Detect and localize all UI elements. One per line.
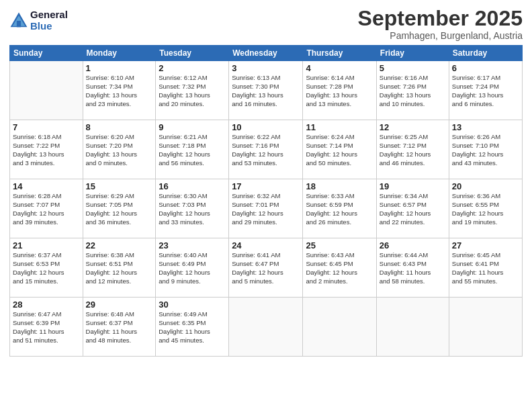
logo: General Blue xyxy=(9,9,68,32)
day-number: 3 xyxy=(232,63,300,73)
day-number: 1 xyxy=(86,63,153,73)
logo-text: General Blue xyxy=(30,9,68,32)
col-friday: Friday xyxy=(376,46,449,61)
calendar-week-row: 28Sunrise: 6:47 AM Sunset: 6:39 PM Dayli… xyxy=(10,298,523,357)
day-number: 24 xyxy=(232,240,300,250)
calendar-week-row: 21Sunrise: 6:37 AM Sunset: 6:53 PM Dayli… xyxy=(10,238,523,298)
cell-info: Sunrise: 6:16 AM Sunset: 7:26 PM Dayligh… xyxy=(380,74,446,108)
table-row: 24Sunrise: 6:41 AM Sunset: 6:47 PM Dayli… xyxy=(229,238,303,298)
day-number: 18 xyxy=(306,181,373,191)
day-number: 26 xyxy=(380,240,446,250)
table-row: 11Sunrise: 6:24 AM Sunset: 7:14 PM Dayli… xyxy=(303,120,376,179)
table-row xyxy=(449,298,522,357)
col-wednesday: Wednesday xyxy=(229,46,303,61)
day-number: 13 xyxy=(452,122,519,132)
day-number: 28 xyxy=(13,300,80,310)
table-row: 4Sunrise: 6:14 AM Sunset: 7:28 PM Daylig… xyxy=(303,61,376,120)
table-row xyxy=(229,298,303,357)
day-number: 6 xyxy=(452,63,519,73)
table-row: 27Sunrise: 6:45 AM Sunset: 6:41 PM Dayli… xyxy=(449,238,522,298)
day-number: 17 xyxy=(232,181,300,191)
cell-info: Sunrise: 6:34 AM Sunset: 6:57 PM Dayligh… xyxy=(380,192,446,226)
cell-info: Sunrise: 6:48 AM Sunset: 6:37 PM Dayligh… xyxy=(86,310,153,345)
table-row: 29Sunrise: 6:48 AM Sunset: 6:37 PM Dayli… xyxy=(83,298,156,357)
cell-info: Sunrise: 6:44 AM Sunset: 6:43 PM Dayligh… xyxy=(380,251,446,285)
day-number: 2 xyxy=(159,63,226,73)
day-number: 4 xyxy=(306,63,373,73)
calendar-header-row: Sunday Monday Tuesday Wednesday Thursday… xyxy=(10,46,523,61)
day-number: 20 xyxy=(452,181,519,191)
day-number: 23 xyxy=(159,240,226,250)
cell-info: Sunrise: 6:12 AM Sunset: 7:32 PM Dayligh… xyxy=(159,74,226,108)
cell-info: Sunrise: 6:18 AM Sunset: 7:22 PM Dayligh… xyxy=(13,133,80,167)
day-number: 15 xyxy=(86,181,153,191)
table-row: 21Sunrise: 6:37 AM Sunset: 6:53 PM Dayli… xyxy=(10,238,83,298)
table-row: 20Sunrise: 6:36 AM Sunset: 6:55 PM Dayli… xyxy=(449,179,522,238)
svg-rect-2 xyxy=(17,21,21,27)
calendar-week-row: 1Sunrise: 6:10 AM Sunset: 7:34 PM Daylig… xyxy=(10,61,523,120)
cell-info: Sunrise: 6:14 AM Sunset: 7:28 PM Dayligh… xyxy=(306,74,373,108)
table-row: 22Sunrise: 6:38 AM Sunset: 6:51 PM Dayli… xyxy=(83,238,156,298)
day-number: 9 xyxy=(159,122,226,132)
cell-info: Sunrise: 6:38 AM Sunset: 6:51 PM Dayligh… xyxy=(86,251,153,285)
table-row xyxy=(10,61,83,120)
table-row: 19Sunrise: 6:34 AM Sunset: 6:57 PM Dayli… xyxy=(376,179,449,238)
day-number: 22 xyxy=(86,240,153,250)
day-number: 21 xyxy=(13,240,80,250)
table-row: 26Sunrise: 6:44 AM Sunset: 6:43 PM Dayli… xyxy=(376,238,449,298)
cell-info: Sunrise: 6:28 AM Sunset: 7:07 PM Dayligh… xyxy=(13,192,80,226)
table-row: 13Sunrise: 6:26 AM Sunset: 7:10 PM Dayli… xyxy=(449,120,522,179)
day-number: 11 xyxy=(306,122,373,132)
table-row: 5Sunrise: 6:16 AM Sunset: 7:26 PM Daylig… xyxy=(376,61,449,120)
cell-info: Sunrise: 6:32 AM Sunset: 7:01 PM Dayligh… xyxy=(232,192,300,226)
cell-info: Sunrise: 6:10 AM Sunset: 7:34 PM Dayligh… xyxy=(86,74,153,108)
day-number: 10 xyxy=(232,122,300,132)
cell-info: Sunrise: 6:25 AM Sunset: 7:12 PM Dayligh… xyxy=(380,133,446,167)
table-row: 30Sunrise: 6:49 AM Sunset: 6:35 PM Dayli… xyxy=(156,298,229,357)
day-number: 19 xyxy=(380,181,446,191)
col-thursday: Thursday xyxy=(303,46,376,61)
calendar-week-row: 7Sunrise: 6:18 AM Sunset: 7:22 PM Daylig… xyxy=(10,120,523,179)
cell-info: Sunrise: 6:30 AM Sunset: 7:03 PM Dayligh… xyxy=(159,192,226,226)
cell-info: Sunrise: 6:37 AM Sunset: 6:53 PM Dayligh… xyxy=(13,251,80,285)
cell-info: Sunrise: 6:45 AM Sunset: 6:41 PM Dayligh… xyxy=(452,251,519,285)
table-row: 12Sunrise: 6:25 AM Sunset: 7:12 PM Dayli… xyxy=(376,120,449,179)
day-number: 5 xyxy=(380,63,446,73)
table-row: 9Sunrise: 6:21 AM Sunset: 7:18 PM Daylig… xyxy=(156,120,229,179)
table-row: 18Sunrise: 6:33 AM Sunset: 6:59 PM Dayli… xyxy=(303,179,376,238)
table-row: 23Sunrise: 6:40 AM Sunset: 6:49 PM Dayli… xyxy=(156,238,229,298)
table-row: 17Sunrise: 6:32 AM Sunset: 7:01 PM Dayli… xyxy=(229,179,303,238)
day-number: 25 xyxy=(306,240,373,250)
col-sunday: Sunday xyxy=(10,46,83,61)
col-monday: Monday xyxy=(83,46,156,61)
cell-info: Sunrise: 6:24 AM Sunset: 7:14 PM Dayligh… xyxy=(306,133,373,167)
day-number: 30 xyxy=(159,300,226,310)
col-tuesday: Tuesday xyxy=(156,46,229,61)
logo-icon xyxy=(9,11,28,30)
cell-info: Sunrise: 6:36 AM Sunset: 6:55 PM Dayligh… xyxy=(452,192,519,226)
month-title: September 2025 xyxy=(358,7,523,30)
table-row: 28Sunrise: 6:47 AM Sunset: 6:39 PM Dayli… xyxy=(10,298,83,357)
cell-info: Sunrise: 6:29 AM Sunset: 7:05 PM Dayligh… xyxy=(86,192,153,226)
table-row xyxy=(303,298,376,357)
cell-info: Sunrise: 6:21 AM Sunset: 7:18 PM Dayligh… xyxy=(159,133,226,167)
day-number: 29 xyxy=(86,300,153,310)
day-number: 16 xyxy=(159,181,226,191)
cell-info: Sunrise: 6:13 AM Sunset: 7:30 PM Dayligh… xyxy=(232,74,300,108)
cell-info: Sunrise: 6:47 AM Sunset: 6:39 PM Dayligh… xyxy=(13,310,80,345)
header: General Blue September 2025 Pamhagen, Bu… xyxy=(9,7,523,41)
location-subtitle: Pamhagen, Burgenland, Austria xyxy=(358,30,523,41)
cell-info: Sunrise: 6:26 AM Sunset: 7:10 PM Dayligh… xyxy=(452,133,519,167)
title-block: September 2025 Pamhagen, Burgenland, Aus… xyxy=(358,7,523,41)
table-row: 16Sunrise: 6:30 AM Sunset: 7:03 PM Dayli… xyxy=(156,179,229,238)
day-number: 14 xyxy=(13,181,80,191)
col-saturday: Saturday xyxy=(449,46,522,61)
cell-info: Sunrise: 6:17 AM Sunset: 7:24 PM Dayligh… xyxy=(452,74,519,108)
page: General Blue September 2025 Pamhagen, Bu… xyxy=(0,0,532,411)
table-row: 8Sunrise: 6:20 AM Sunset: 7:20 PM Daylig… xyxy=(83,120,156,179)
table-row: 3Sunrise: 6:13 AM Sunset: 7:30 PM Daylig… xyxy=(229,61,303,120)
day-number: 8 xyxy=(86,122,153,132)
table-row: 1Sunrise: 6:10 AM Sunset: 7:34 PM Daylig… xyxy=(83,61,156,120)
cell-info: Sunrise: 6:22 AM Sunset: 7:16 PM Dayligh… xyxy=(232,133,300,167)
table-row: 7Sunrise: 6:18 AM Sunset: 7:22 PM Daylig… xyxy=(10,120,83,179)
